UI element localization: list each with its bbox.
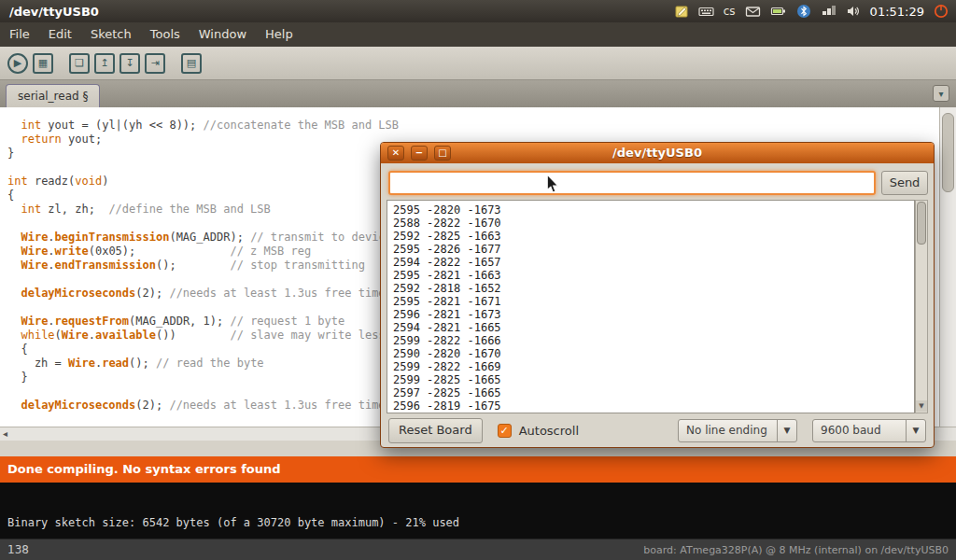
menu-sketch[interactable]: Sketch — [81, 22, 141, 47]
serial-line: 2595 -2826 -1677 — [393, 243, 908, 256]
line-number-indicator: 138 — [7, 543, 29, 556]
serial-line: 2594 -2821 -1665 — [393, 321, 908, 334]
panel-window-title: /dev/ttyUSB0 — [9, 5, 99, 19]
line-ending-value: No line ending — [679, 424, 777, 437]
maximize-icon: □ — [438, 147, 446, 158]
indicator-area: cs01:51:29 — [674, 0, 956, 22]
notes-icon[interactable] — [674, 4, 689, 19]
close-icon: ✕ — [392, 147, 400, 158]
serial-monitor-window: /dev/ttyUSB0 ✕ − □ Send 2595 -2820 -1673… — [380, 142, 935, 448]
serial-line: 2590 -2820 -1670 — [393, 347, 908, 360]
serial-line: 2595 -2820 -1673 — [393, 203, 908, 217]
keyboard-layout-indicator[interactable]: cs — [724, 5, 736, 18]
serial-output-scrollbar[interactable]: ▼ — [915, 200, 928, 413]
serial-line: 2595 -2821 -1663 — [393, 269, 908, 282]
toolbar: ▶▦❏↥↧⇥▤ — [0, 47, 956, 80]
check-icon: ✓ — [500, 425, 509, 437]
scroll-left-arrow-icon[interactable]: ◂ — [3, 427, 7, 440]
save-sketch-button[interactable]: ↧ — [120, 53, 140, 74]
scroll-down-arrow-icon[interactable]: ▼ — [916, 400, 927, 412]
maximize-button[interactable]: □ — [434, 146, 451, 161]
battery-icon[interactable] — [770, 4, 787, 19]
baud-rate-value: 9600 baud — [813, 424, 906, 437]
play-circle-icon: ▶ — [14, 57, 21, 69]
open-sketch-button[interactable]: ↥ — [94, 53, 115, 74]
reset-board-button[interactable]: Reset Board — [388, 418, 483, 443]
serial-line: 2599 -2822 -1666 — [393, 334, 908, 347]
stop-grid-icon: ▦ — [38, 57, 48, 69]
tabbar: serial_read § ▾ — [0, 80, 956, 107]
stop-button[interactable]: ▦ — [33, 53, 53, 74]
session-icon[interactable] — [934, 4, 949, 19]
verify-button[interactable]: ▶ — [7, 53, 28, 74]
compile-status-bar: Done compiling. No syntax errors found — [0, 456, 956, 483]
serial-line: 2594 -2822 -1657 — [393, 256, 908, 269]
menu-window[interactable]: Window — [190, 22, 256, 47]
send-button[interactable]: Send — [881, 171, 928, 195]
menu-edit[interactable]: Edit — [39, 22, 81, 47]
serial-line: 2599 -2825 -1665 — [393, 373, 908, 386]
line-ending-dropdown[interactable]: No line ending ▼ — [678, 419, 797, 442]
menu-help[interactable]: Help — [256, 22, 302, 47]
new-sketch-button[interactable]: ❏ — [69, 53, 90, 74]
serial-output: 2595 -2820 -16732588 -2822 -16702592 -28… — [387, 200, 915, 413]
serial-line: 2595 -2821 -1671 — [393, 295, 908, 308]
serial-line: 2596 -2821 -1673 — [393, 308, 908, 321]
serial-send-input[interactable] — [388, 171, 876, 195]
editor-vertical-scrollbar-thumb[interactable] — [942, 113, 954, 192]
close-button[interactable]: ✕ — [387, 146, 404, 161]
serial-line: 2588 -2822 -1670 — [393, 217, 908, 230]
top-panel: /dev/ttyUSB0 cs01:51:29 — [0, 0, 956, 22]
open-up-arrow-icon: ↥ — [100, 57, 108, 69]
board-info: board: ATmega328P(A) @ 8 MHz (internal) … — [643, 544, 949, 556]
clock-indicator[interactable]: 01:51:29 — [870, 5, 924, 19]
tab-serial-read[interactable]: serial_read § — [6, 84, 100, 107]
volume-icon[interactable] — [846, 4, 861, 19]
serial-line: 2592 -2818 -1652 — [393, 282, 908, 295]
code-line: int yout = (yl|(yh << 8)); //concatenate… — [7, 119, 956, 133]
autoscroll-label: Autoscroll — [519, 424, 579, 438]
serial-monitor-titlebar[interactable]: /dev/ttyUSB0 — [381, 143, 934, 163]
serial-output-scrollbar-thumb[interactable] — [917, 202, 926, 245]
new-file-icon: ❏ — [75, 57, 84, 69]
upload-button[interactable]: ⇥ — [145, 53, 165, 74]
chevron-down-icon: ▼ — [777, 420, 796, 441]
serial-line: 2592 -2825 -1663 — [393, 230, 908, 243]
serial-line: 2599 -2822 -1669 — [393, 360, 908, 373]
tab-menu-button[interactable]: ▾ — [933, 85, 949, 102]
serial-line: 2597 -2825 -1665 — [393, 386, 908, 399]
bluetooth-icon[interactable] — [796, 4, 811, 19]
serial-line: 2596 -2819 -1675 — [393, 399, 908, 413]
editor-vertical-scrollbar[interactable] — [939, 107, 956, 427]
autoscroll-checkbox[interactable]: ✓ — [498, 424, 512, 438]
save-down-arrow-icon: ↧ — [125, 57, 134, 69]
ide-footer: 138 board: ATmega328P(A) @ 8 MHz (intern… — [0, 539, 956, 560]
network-icon[interactable] — [821, 4, 836, 19]
upload-icon: ⇥ — [150, 57, 159, 69]
chevron-down-icon: ▼ — [906, 420, 925, 441]
chevron-down-icon: ▾ — [938, 89, 943, 99]
menu-tools[interactable]: Tools — [141, 22, 190, 47]
serial-monitor-controls: Reset Board ✓ Autoscroll No line ending … — [381, 413, 934, 447]
menubar: FileEditSketchToolsWindowHelp — [0, 22, 956, 47]
baud-rate-dropdown[interactable]: 9600 baud ▼ — [812, 419, 926, 442]
window-controls: ✕ − □ — [387, 146, 451, 161]
serial-monitor-button[interactable]: ▤ — [181, 53, 202, 74]
mail-icon[interactable] — [745, 4, 761, 19]
build-console: Binary sketch size: 6542 bytes (of a 307… — [0, 483, 956, 539]
minimize-icon: − — [415, 147, 423, 158]
keyboard-icon[interactable] — [698, 4, 714, 19]
serial-monitor-icon: ▤ — [187, 57, 196, 69]
minimize-button[interactable]: − — [411, 146, 428, 161]
menu-file[interactable]: File — [0, 22, 39, 47]
